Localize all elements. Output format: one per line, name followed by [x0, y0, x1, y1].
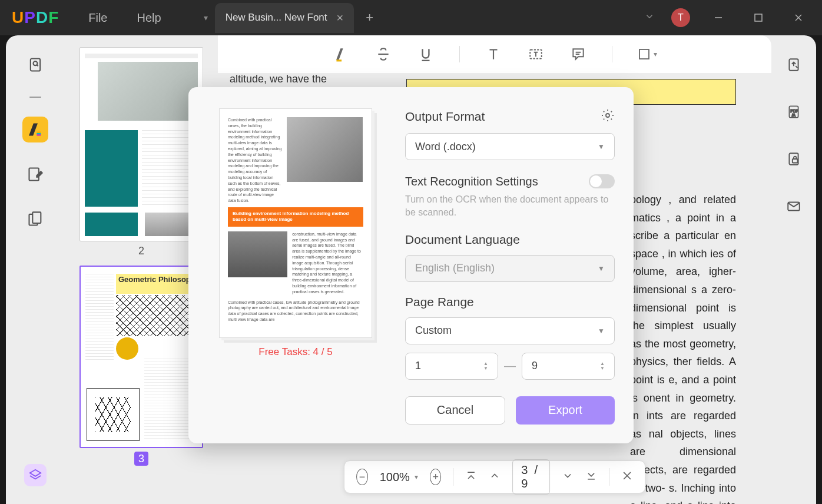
modal-preview-panel: Combined with practical cases, the build… — [207, 108, 384, 425]
svg-point-36 — [606, 114, 609, 117]
export-button[interactable]: Export — [516, 396, 615, 425]
ocr-toggle[interactable] — [589, 174, 615, 188]
range-separator: — — [504, 359, 516, 373]
output-format-select[interactable]: Word (.docx)▼ — [405, 133, 615, 160]
page-from-input[interactable]: 1 ▲▼ — [405, 353, 498, 380]
page-range-label: Page Range — [405, 295, 615, 309]
ocr-help-text: Turn on the OCR when the document appear… — [405, 193, 615, 220]
cancel-button[interactable]: Cancel — [405, 396, 505, 425]
output-format-label: Output Format — [405, 110, 485, 124]
export-modal: Combined with practical cases, the build… — [188, 87, 634, 443]
output-settings-icon[interactable] — [601, 108, 615, 125]
page-to-input[interactable]: 9 ▲▼ — [522, 353, 615, 380]
export-modal-overlay: Combined with practical cases, the build… — [0, 0, 822, 504]
doc-language-label: Document Language — [405, 233, 615, 247]
doc-language-select: English (English)▼ — [405, 255, 615, 282]
modal-preview-thumbnail: Combined with practical cases, the build… — [219, 108, 372, 338]
modal-form: Output Format Word (.docx)▼ Text Recogni… — [405, 108, 615, 425]
page-range-select[interactable]: Custom▼ — [405, 317, 615, 344]
modal-preview-title: Building environment information modelin… — [228, 207, 363, 227]
free-tasks-label: Free Tasks: 4 / 5 — [258, 346, 332, 358]
ocr-settings-label: Text Recognition Settings — [405, 175, 538, 188]
